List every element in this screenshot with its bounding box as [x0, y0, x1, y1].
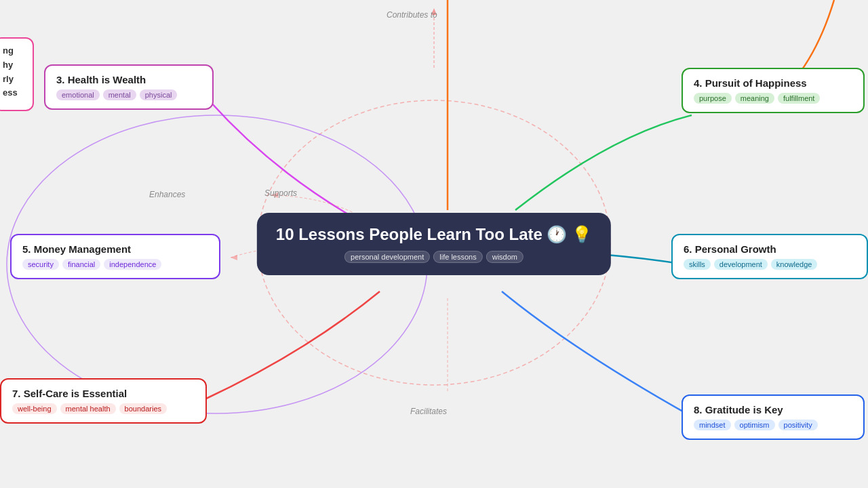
label-facilitates: Facilitates — [410, 407, 447, 416]
center-node[interactable]: 10 Lessons People Learn Too Late 🕐 💡 per… — [257, 213, 611, 275]
tag-financial: financial — [62, 259, 100, 270]
tag-physical: physical — [140, 89, 178, 100]
node-money-management[interactable]: 5. Money Management security financial i… — [10, 234, 220, 279]
node-7-title: 7. Self-Care is Essential — [12, 388, 195, 399]
tag-skills: skills — [684, 259, 711, 270]
tag-meaning: meaning — [735, 93, 774, 104]
label-supports: Supports — [264, 188, 297, 198]
label-enhances: Enhances — [149, 190, 185, 199]
tag-boundaries: boundaries — [119, 403, 167, 414]
node-7-tags: well-being mental health boundaries — [12, 403, 195, 414]
node-8-title: 8. Gratitude is Key — [694, 404, 852, 415]
node-4-title: 4. Pursuit of Happiness — [694, 77, 852, 89]
node-health-is-wealth[interactable]: 3. Health is Wealth emotional mental phy… — [44, 64, 214, 110]
node-5-title: 5. Money Management — [22, 243, 208, 255]
center-node-tags: personal development life lessons wisdom — [276, 251, 592, 263]
center-node-title: 10 Lessons People Learn Too Late 🕐 💡 — [276, 225, 592, 244]
tag-mindset: mindset — [694, 420, 731, 430]
tag-life-lessons: life lessons — [433, 251, 482, 263]
tag-purpose: purpose — [694, 93, 732, 104]
tag-fulfillment: fulfillment — [778, 93, 820, 104]
tag-development: development — [714, 259, 768, 270]
node-5-tags: security financial independence — [22, 259, 208, 270]
node-3-title: 3. Health is Wealth — [56, 74, 201, 85]
tag-positivity: positivity — [778, 420, 818, 430]
node-3-tags: emotional mental physical — [56, 89, 201, 100]
label-contributes-to: Contributes to — [387, 10, 437, 20]
node-pursuit-of-happiness[interactable]: 4. Pursuit of Happiness purpose meaning … — [682, 68, 865, 113]
tag-mental-health: mental health — [60, 403, 116, 414]
tag-wellbeing: well-being — [12, 403, 57, 414]
tag-personal-development: personal development — [344, 251, 430, 263]
node-self-care[interactable]: 7. Self-Care is Essential well-being men… — [0, 378, 207, 424]
tag-optimism: optimism — [734, 420, 775, 430]
node-6-tags: skills development knowledge — [684, 259, 856, 270]
node-partial-left: ng hy rly ess — [0, 37, 34, 111]
node-8-tags: mindset optimism positivity — [694, 420, 852, 430]
tag-emotional: emotional — [56, 89, 100, 100]
node-4-tags: purpose meaning fulfillment — [694, 93, 852, 104]
node-personal-growth[interactable]: 6. Personal Growth skills development kn… — [671, 234, 868, 279]
tag-independence: independence — [104, 259, 161, 270]
tag-mental: mental — [103, 89, 136, 100]
node-6-title: 6. Personal Growth — [684, 243, 856, 255]
tag-security: security — [22, 259, 59, 270]
tag-wisdom: wisdom — [486, 251, 524, 263]
tag-knowledge: knowledge — [771, 259, 818, 270]
svg-marker-5 — [231, 255, 237, 260]
node-gratitude[interactable]: 8. Gratitude is Key mindset optimism pos… — [682, 394, 865, 440]
